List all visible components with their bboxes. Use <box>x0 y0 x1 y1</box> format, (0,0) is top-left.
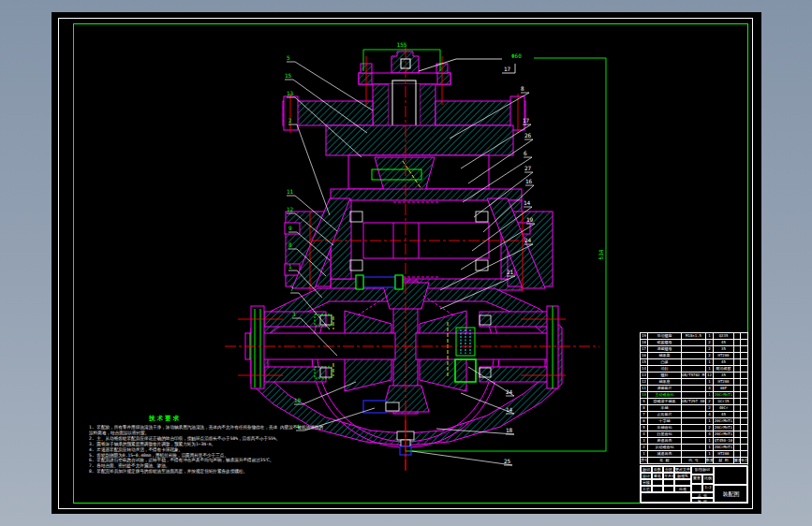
parts-list-cell: 12 <box>641 379 648 386</box>
callout-balloon: 14 <box>506 406 513 413</box>
parts-list-cell: 1 <box>706 418 714 425</box>
title-block-cell: 标记 <box>641 466 652 473</box>
parts-list-row[interactable]: 1减速器壳1HT200 <box>641 451 748 458</box>
parts-list-cell: 19 <box>641 333 648 340</box>
parts-list-row[interactable]: 9圆锥滚子轴承GB/T297 303102GCr15 <box>641 399 748 405</box>
parts-list-row[interactable]: 10主动锥齿轮120CrMnTi <box>641 392 748 399</box>
parts-list-row[interactable]: 15凸缘145 <box>641 359 748 366</box>
parts-list-cell: 1 <box>706 445 714 451</box>
parts-list-cell: 锁紧螺母 <box>648 340 682 346</box>
parts-list-cell: 1 <box>706 379 714 386</box>
parts-list-cell <box>741 405 748 412</box>
parts-list-row[interactable]: 13螺栓GB/T5782 M121235 <box>641 373 748 379</box>
cad-application-viewport: { "colors":{"outline":"#ff00ff","hatch":… <box>0 0 812 526</box>
parts-list-row[interactable]: 2从动锥齿轮120CrMnTi <box>641 445 748 451</box>
parts-list-cell: 2 <box>706 353 714 359</box>
parts-list-cell: 15 <box>641 359 648 366</box>
notes-lines: 1. 装配前，所有零件用煤油清洗干净，滚动轴承用汽油清洗，壳体内不允许有任何杂物… <box>89 425 326 475</box>
title-block-cell <box>663 486 674 492</box>
parts-list-row[interactable]: 18锁紧螺母245 <box>641 340 748 346</box>
parts-list-cell: 轴承座 <box>648 379 682 386</box>
parts-list-row[interactable]: 12轴承座1HT200 <box>641 379 748 386</box>
parts-list-cell: 半轴齿轮 <box>648 425 682 431</box>
parts-list-cell: 2 <box>706 399 714 405</box>
parts-list-header-cell: 数量 <box>706 458 714 464</box>
notes-title: 技术要求 <box>149 415 326 423</box>
parts-list-cell <box>734 392 741 399</box>
title-block-name-cell: 装配图 <box>714 485 748 504</box>
parts-list-cell: 08F <box>714 386 734 392</box>
title-block-cell: 标准化 <box>674 473 691 479</box>
parts-list-row[interactable]: 14油封1耐油橡胶 <box>641 366 748 373</box>
callout-balloon: 3 <box>292 311 296 317</box>
callout-balloon: 12 <box>287 206 294 212</box>
technical-notes: 技术要求 1. 装配前，所有零件用煤油清洗干净，滚动轴承用汽油清洗，壳体内不允许… <box>89 415 326 475</box>
parts-list-row[interactable]: 17调整螺母235 <box>641 346 748 353</box>
parts-list-cell: 1 <box>706 333 714 340</box>
parts-list-cell <box>734 425 741 431</box>
parts-list-cell: 轴承盖 <box>648 353 682 359</box>
parts-list-cell <box>682 451 706 458</box>
parts-list-row[interactable]: 7止推垫片445 <box>641 412 748 418</box>
parts-list-cell <box>682 366 706 373</box>
parts-list-cell: 调整垫片 <box>648 386 682 392</box>
title-block-cell: 1:2 <box>702 484 714 492</box>
parts-list-cell: 油封 <box>648 366 682 373</box>
title-block-cell: 阶段标记 <box>691 466 714 475</box>
parts-list-cell <box>682 431 706 438</box>
housing-sections <box>245 51 562 447</box>
parts-list-cell <box>741 425 748 431</box>
parts-list-cell: HT200 <box>714 451 734 458</box>
parts-list-cell <box>741 359 748 366</box>
parts-list-row[interactable]: 16轴承盖2HT200 <box>641 353 748 359</box>
parts-list-cell: 13 <box>641 373 648 379</box>
parts-list-cell <box>682 346 706 353</box>
parts-list-row[interactable]: 6十字轴120CrMnTi <box>641 418 748 425</box>
parts-list-row[interactable]: 5半轴齿轮220CrMnTi <box>641 425 748 431</box>
parts-list-cell: 4 <box>706 412 714 418</box>
parts-list-cell: 行星齿轮 <box>648 431 682 438</box>
title-block-cell: 重量 <box>691 475 702 484</box>
parts-list-cell: 1 <box>706 366 714 373</box>
parts-list-cell: 螺栓 <box>648 373 682 379</box>
callout-balloon: 16 <box>525 178 533 184</box>
parts-list-cell: HT200 <box>714 353 734 359</box>
parts-list-cell: 1 <box>706 451 714 458</box>
parts-list-table[interactable]: 19放油螺塞M18×1.51Q23518锁紧螺母24517调整螺母23516轴承… <box>640 332 748 464</box>
parts-list-cell: 45 <box>714 340 734 346</box>
parts-list-cell <box>734 438 741 445</box>
parts-list-cell <box>734 405 741 412</box>
callout-balloon: 5 <box>287 54 290 61</box>
parts-list-row[interactable]: 3差速器壳1QT450-10 <box>641 438 748 445</box>
parts-list-cell: 3 <box>641 438 648 445</box>
parts-list-cell <box>741 373 748 379</box>
parts-list-row[interactable]: 8半轴240Cr <box>641 405 748 412</box>
callout-balloon: 6 <box>524 150 527 156</box>
parts-list-row[interactable]: 19放油螺塞M18×1.51Q235 <box>641 333 748 340</box>
parts-list-header-cell: 材 料 <box>714 458 734 464</box>
callout-balloon: 25 <box>504 458 511 464</box>
parts-list-cell: 45 <box>714 359 734 366</box>
parts-list-cell <box>682 438 706 445</box>
parts-list-cell <box>682 353 706 359</box>
parts-list-cell <box>741 399 748 405</box>
callout-balloon: 8 <box>521 85 524 92</box>
parts-list-cell: 止推垫片 <box>648 412 682 418</box>
parts-list-cell <box>734 451 741 458</box>
parts-list-cell <box>741 346 748 353</box>
parts-list-cell: 2 <box>641 445 648 451</box>
parts-list-cell: GB/T297 30310 <box>682 399 706 405</box>
parts-list-cell <box>741 418 748 425</box>
parts-list-cell: 17 <box>641 346 648 353</box>
parts-list-cell <box>741 431 748 438</box>
parts-list-cell <box>682 418 706 425</box>
parts-list-cell: 35 <box>714 346 734 353</box>
title-block: 标记处数分区更改文件号设计签名年月日标准化审核工艺批准阶段标记重量比例1:2共 … <box>640 465 747 503</box>
callout-balloon: 10 <box>294 397 302 403</box>
parts-list-row[interactable]: 11调整垫片408F <box>641 386 748 392</box>
dimension-flange-label: Φ60 <box>511 52 522 59</box>
datum-leader <box>419 59 515 73</box>
callout-balloon: 13 <box>287 90 294 96</box>
parts-list-cell <box>741 379 748 386</box>
parts-list-row[interactable]: 4行星齿轮420CrMnTi <box>641 431 748 438</box>
